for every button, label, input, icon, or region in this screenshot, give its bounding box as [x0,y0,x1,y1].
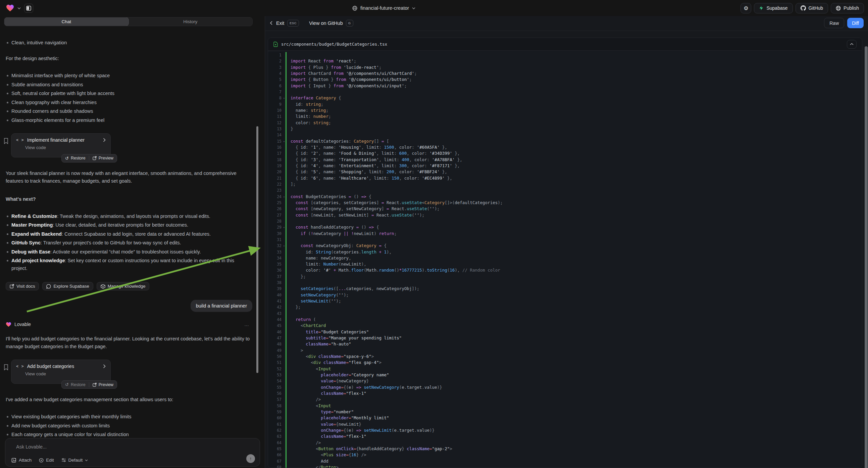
line-number[interactable]: 62 [268,428,283,433]
preview-button[interactable]: Preview [93,382,114,387]
line-number[interactable]: 18 [268,157,283,163]
line-number[interactable]: 38 [268,280,283,286]
line-number[interactable]: 27 [268,212,283,218]
chat-scroll[interactable]: Clean, intuitive navigationFor the desig… [0,26,265,438]
line-number[interactable]: 24▾ [268,194,283,200]
line-number[interactable]: 48 [268,341,283,347]
line-number[interactable]: 47 [268,335,283,341]
attach-button[interactable]: Attach [11,458,32,463]
line-number[interactable]: 1 [268,52,283,58]
view-code-link[interactable]: View code [25,371,106,376]
line-number[interactable]: 4 [268,70,283,77]
line-number[interactable]: 52 [268,366,283,372]
line-number[interactable]: 26 [268,206,283,212]
line-number[interactable]: 14 [268,132,283,138]
line-number[interactable]: 23 [268,187,283,194]
raw-toggle-button[interactable]: Raw [824,18,844,28]
line-number[interactable]: 68 [268,464,283,468]
line-number[interactable]: 6 [268,83,283,89]
edit-mode-button[interactable]: Edit [39,458,54,463]
line-number[interactable]: 21 [268,175,283,181]
lovable-heart-logo[interactable] [6,4,14,12]
restore-button[interactable]: ↺Restore [65,156,86,161]
line-number[interactable]: 15▾ [268,138,283,144]
line-number[interactable]: 65 [268,446,283,452]
line-number[interactable]: 16 [268,144,283,150]
line-number[interactable]: 64 [268,440,283,446]
line-number[interactable]: 31 [268,237,283,243]
line-number[interactable]: 13 [268,126,283,132]
line-number[interactable]: 12 [268,120,283,126]
bookmark-icon[interactable] [4,138,8,144]
line-number[interactable]: 22 [268,181,283,187]
fold-chevron-icon[interactable]: ▾ [283,96,284,101]
line-number[interactable]: 7 [268,89,283,95]
line-number[interactable]: 32▾ [268,243,283,249]
line-number[interactable]: 53 [268,372,283,378]
line-number[interactable]: 45 [268,323,283,329]
publish-button[interactable]: Publish [831,3,864,13]
explore-supabase-button[interactable]: Explore Supabase [42,282,93,290]
model-selector[interactable]: Default [61,458,88,463]
line-number[interactable]: 39 [268,286,283,292]
fold-chevron-icon[interactable]: ▾ [283,194,284,200]
line-number[interactable]: 57 [268,397,283,403]
line-number[interactable]: 59 [268,409,283,415]
line-number[interactable]: 49 [268,348,283,353]
line-number[interactable]: 56 [268,390,283,397]
line-number[interactable]: 33 [268,249,283,255]
line-number[interactable]: 60 [268,415,283,421]
line-number[interactable]: 35 [268,261,283,267]
supabase-button[interactable]: Supabase [754,3,793,13]
view-code-link[interactable]: View code [25,145,106,150]
chat-scrollbar-thumb[interactable] [256,126,258,373]
visit-docs-button[interactable]: Visit docs [6,282,39,290]
line-number[interactable]: 40 [268,292,283,298]
line-number[interactable]: 20 [268,169,283,175]
line-number[interactable]: 41 [268,298,283,304]
line-number[interactable]: 9 [268,101,283,108]
diff-toggle-button[interactable]: Diff [847,18,864,28]
exit-button[interactable]: Exit ESC [270,20,299,27]
send-button[interactable]: ↑ [246,454,255,463]
line-number[interactable]: 17 [268,150,283,156]
line-number[interactable]: 19 [268,163,283,169]
line-number[interactable]: 42 [268,304,283,310]
line-number[interactable]: 55 [268,384,283,390]
line-number[interactable]: 11 [268,114,283,119]
line-number[interactable]: 43 [268,311,283,317]
line-number[interactable]: 63 [268,433,283,439]
line-number[interactable]: 66 [268,452,283,458]
line-number[interactable]: 8▾ [268,95,283,101]
line-number[interactable]: 29▾ [268,224,283,230]
github-button[interactable]: GitHub [796,3,829,13]
fold-chevron-icon[interactable]: ▾ [283,243,284,249]
line-number[interactable]: 37 [268,273,283,280]
preview-button[interactable]: Preview [93,156,114,160]
chevron-down-icon[interactable] [18,7,21,9]
collapse-file-button[interactable] [847,40,857,49]
code-scrollbar-thumb[interactable] [865,46,868,468]
chat-composer[interactable]: Ask Lovable... Attach Edit Default ↑ [5,438,260,467]
line-number[interactable]: 54 [268,378,283,384]
code-editor[interactable]: 12import React from 'react';3import { Pl… [268,51,862,468]
tab-history[interactable]: History [128,18,253,26]
line-number[interactable]: 58 [268,403,283,409]
bookmark-icon[interactable] [4,364,8,370]
line-number[interactable]: 5 [268,77,283,83]
line-number[interactable]: 44 [268,317,283,323]
file-path-bar[interactable]: src/components/budget/BudgetCategories.t… [268,38,862,51]
line-number[interactable]: 10 [268,108,283,114]
view-on-github-button[interactable]: View on GitHub G [309,20,353,27]
line-number[interactable]: 36 [268,267,283,273]
fold-chevron-icon[interactable]: ▾ [283,139,284,145]
line-number[interactable]: 34 [268,255,283,261]
line-number[interactable]: 61 [268,421,283,428]
line-number[interactable]: 50 [268,353,283,359]
line-number[interactable]: 46 [268,329,283,335]
project-selector[interactable]: financial-future-creator [352,0,415,16]
tab-chat[interactable]: Chat [4,18,128,26]
line-number[interactable]: 30 [268,231,283,237]
settings-button[interactable]: ⚙ [741,3,751,13]
manage-knowledge-button[interactable]: Manage knowledge [97,282,150,290]
